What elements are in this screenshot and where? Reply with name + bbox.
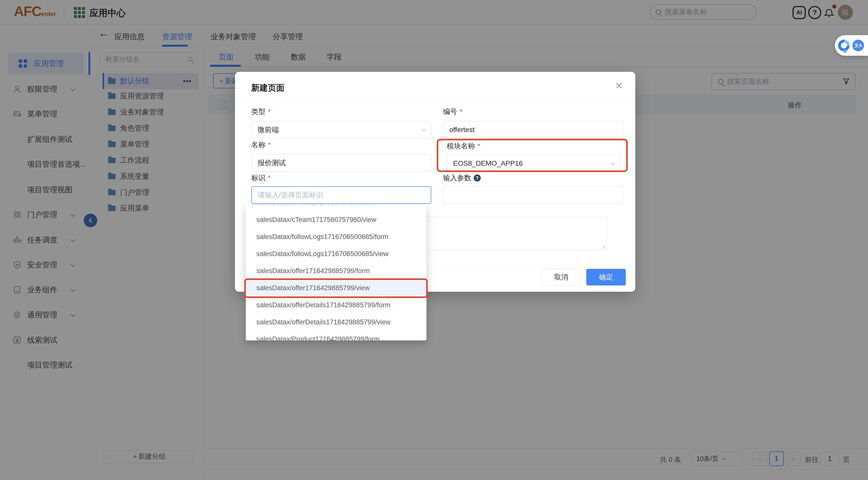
chevron-down-icon bbox=[611, 161, 615, 165]
extension-logo-icon[interactable] bbox=[836, 37, 852, 54]
extension-toolbar: 文A bbox=[835, 35, 868, 56]
help-question-icon[interactable]: ? bbox=[474, 174, 481, 181]
module-label: 模块名称* bbox=[447, 141, 480, 151]
resize-handle-icon[interactable] bbox=[601, 244, 606, 248]
required-mark: * bbox=[268, 141, 271, 149]
modal-header-divider bbox=[235, 102, 635, 102]
dropdown-option[interactable]: salesDatax/followLogs1716706500685/view bbox=[246, 245, 427, 262]
dropdown-option[interactable]: salesDatax/followLogs1716706500685/form bbox=[246, 228, 427, 245]
dropdown-option[interactable]: salesDatax/offerDetails1716429885799/vie… bbox=[246, 314, 427, 331]
dropdown-option[interactable]: salesDatax/Product1716429885799/form bbox=[246, 331, 427, 340]
cancel-button[interactable]: 取消 bbox=[541, 269, 581, 285]
dropdown-option[interactable]: salesDatax/cTeam1717560757960/view bbox=[246, 211, 427, 228]
required-mark: * bbox=[268, 174, 271, 182]
module-value: EOS8_DEMO_APP16 bbox=[453, 160, 523, 167]
type-value: 微前端 bbox=[257, 125, 279, 135]
chevron-down-icon bbox=[422, 127, 426, 131]
translate-icon[interactable]: 文A bbox=[852, 40, 864, 51]
required-mark: * bbox=[477, 142, 480, 150]
name-value: 报价测试 bbox=[257, 158, 286, 168]
required-mark: * bbox=[268, 108, 271, 116]
required-mark: * bbox=[460, 108, 462, 116]
name-input[interactable]: 报价测试 bbox=[251, 154, 431, 172]
dropdown-option[interactable]: salesDatax/cTeam1717560757960/form bbox=[246, 205, 427, 211]
dropdown-option[interactable]: salesDatax/offerDetails1716429885799/for… bbox=[246, 297, 427, 314]
code-input[interactable]: offertest bbox=[443, 121, 623, 139]
name-label: 名称* bbox=[251, 140, 271, 150]
close-icon[interactable]: ✕ bbox=[615, 80, 623, 91]
type-select[interactable]: 微前端 bbox=[251, 121, 431, 139]
params-input[interactable] bbox=[443, 186, 623, 204]
confirm-button[interactable]: 确定 bbox=[586, 269, 626, 285]
identifier-dropdown: salesDatax/cTeam1717560757960/form sales… bbox=[246, 205, 427, 340]
module-select[interactable]: EOS8_DEMO_APP16 bbox=[447, 155, 620, 172]
type-label: 类型* bbox=[251, 107, 271, 116]
code-value: offertest bbox=[449, 126, 475, 134]
identifier-input[interactable]: 请输入/选择页面标识 bbox=[251, 186, 431, 204]
dropdown-option[interactable]: salesDatax/offer1716429885799/form bbox=[246, 262, 427, 279]
identifier-placeholder: 请输入/选择页面标识 bbox=[258, 190, 323, 200]
code-label: 编号* bbox=[443, 107, 462, 116]
identifier-label: 标识* bbox=[251, 173, 271, 183]
modal-title: 新建页面 bbox=[251, 82, 284, 94]
params-label: 输入参数 ? bbox=[443, 173, 481, 183]
dropdown-option-selected[interactable]: salesDatax/offer1716429885799/view bbox=[246, 279, 427, 297]
